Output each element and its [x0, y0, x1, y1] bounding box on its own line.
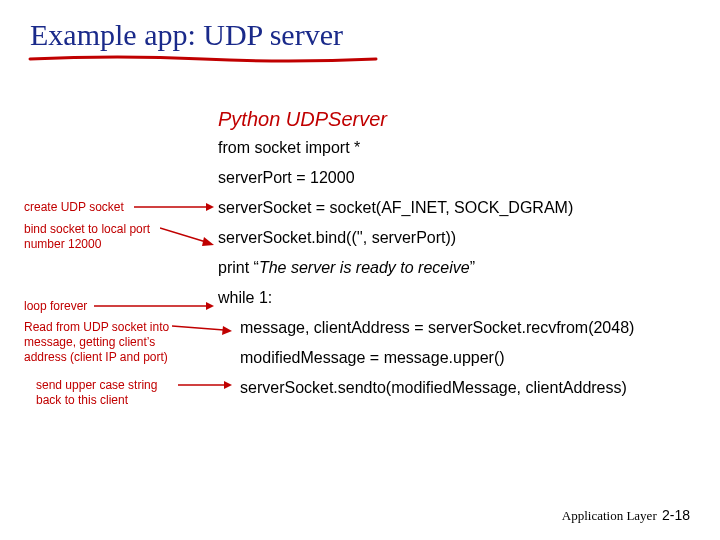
code-line-8: modifiedMessage = message.upper() [218, 350, 634, 366]
svg-marker-3 [202, 237, 214, 246]
arrow-icon [134, 200, 214, 214]
svg-marker-5 [206, 302, 214, 310]
svg-line-2 [160, 228, 206, 242]
title-underline [28, 54, 378, 64]
annotation-send: send upper case string back to this clie… [36, 378, 186, 408]
subtitle: Python UDPServer [218, 108, 387, 131]
arrow-icon [172, 320, 232, 336]
code-line-7: message, clientAddress = serverSocket.re… [218, 320, 634, 336]
svg-marker-7 [222, 326, 232, 335]
arrow-icon [178, 378, 232, 392]
code-line-4: serverSocket.bind(('', serverPort)) [218, 230, 634, 246]
code-block: from socket import * serverPort = 12000 … [218, 140, 634, 410]
arrow-icon [160, 224, 214, 252]
footer: Application Layer 2-18 [562, 507, 690, 524]
annotation-bind: bind socket to local port number 12000 [24, 222, 174, 252]
annotation-read: Read from UDP socket into message, getti… [24, 320, 196, 365]
svg-line-6 [172, 326, 224, 330]
svg-marker-9 [224, 381, 232, 389]
page-number: 2-18 [662, 507, 690, 523]
arrow-icon [94, 299, 214, 313]
code-line-5: print “The server is ready to receive” [218, 260, 634, 276]
code-line-2: serverPort = 12000 [218, 170, 634, 186]
code-line-3: serverSocket = socket(AF_INET, SOCK_DGRA… [218, 200, 634, 216]
code-line-6: while 1: [218, 290, 634, 306]
code-line-1: from socket import * [218, 140, 634, 156]
code-line-9: serverSocket.sendto(modifiedMessage, cli… [218, 380, 634, 396]
footer-label: Application Layer [562, 508, 657, 523]
slide-title: Example app: UDP server [30, 18, 343, 52]
svg-marker-1 [206, 203, 214, 211]
